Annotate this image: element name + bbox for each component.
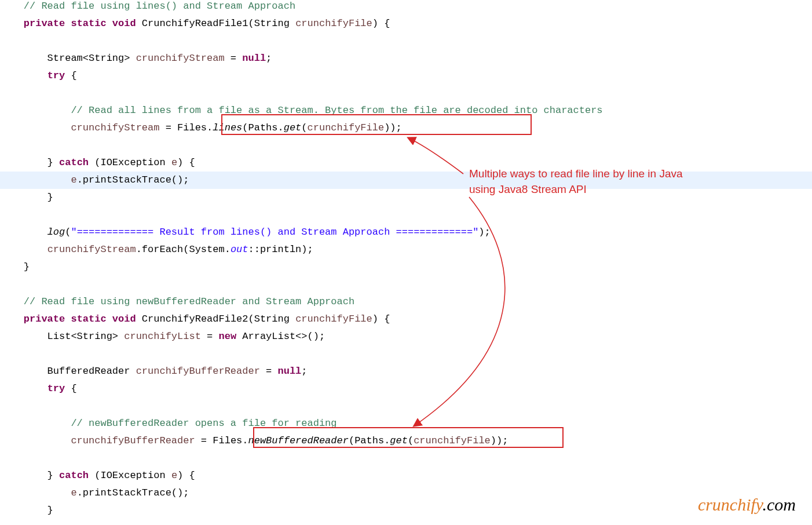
highlight-box-1 bbox=[221, 114, 532, 135]
code-keyword: null bbox=[278, 366, 302, 377]
code-text: .printStackTrace(); bbox=[77, 174, 189, 185]
site-logo: crunchify.com bbox=[698, 496, 796, 513]
code-text bbox=[65, 18, 71, 29]
code-ident: e bbox=[171, 470, 177, 481]
code-text: { bbox=[65, 383, 76, 394]
code-text: = bbox=[260, 366, 278, 377]
code-text: } bbox=[0, 470, 59, 481]
code-text: ); bbox=[478, 227, 490, 238]
code-text: ) { bbox=[177, 470, 195, 481]
code-keyword: void bbox=[112, 18, 136, 29]
code-text bbox=[0, 122, 71, 133]
code-ident: crunchifyStream bbox=[71, 122, 159, 133]
code-text bbox=[65, 313, 71, 325]
code-text: (IOException bbox=[89, 157, 171, 168]
code-keyword: static bbox=[71, 18, 106, 29]
code-text: = Files. bbox=[159, 122, 213, 133]
code-ident: crunchifyStream bbox=[47, 244, 136, 255]
code-text bbox=[0, 1, 24, 12]
code-keyword: void bbox=[112, 313, 136, 325]
code-keyword: private bbox=[24, 313, 65, 325]
code-text: = bbox=[225, 53, 243, 64]
code-text: List<String> bbox=[0, 331, 124, 342]
code-keyword: catch bbox=[59, 157, 89, 168]
logo-brand: crunchify bbox=[698, 495, 763, 514]
code-keyword: catch bbox=[59, 470, 89, 481]
code-ident: e bbox=[171, 157, 177, 168]
code-ident: e bbox=[71, 487, 76, 498]
code-text bbox=[0, 487, 71, 498]
code-keyword: try bbox=[47, 383, 65, 394]
code-comment: // Read file using newBufferedReader and… bbox=[24, 296, 354, 307]
code-text: BufferedReader bbox=[0, 366, 136, 377]
code-ident: e bbox=[71, 174, 76, 185]
code-text bbox=[0, 18, 24, 29]
code-text: .forEach(System. bbox=[136, 244, 231, 255]
code-comment: // Read file using lines() and Stream Ap… bbox=[24, 1, 295, 12]
code-ident: crunchifyList bbox=[124, 331, 201, 342]
code-text bbox=[0, 435, 71, 446]
code-text: } bbox=[0, 261, 30, 272]
code-keyword: new bbox=[218, 331, 236, 342]
code-ident: crunchifyFile bbox=[295, 313, 372, 325]
code-ident: crunchifyStream bbox=[136, 53, 225, 64]
highlight-box-2 bbox=[253, 427, 564, 448]
code-text: ) { bbox=[177, 157, 195, 168]
annotation-text: Multiple ways to read file line by line … bbox=[469, 166, 683, 197]
code-text bbox=[0, 418, 71, 429]
code-keyword: private bbox=[24, 18, 65, 29]
code-method: log bbox=[47, 227, 65, 238]
code-text bbox=[0, 313, 24, 325]
code-field: out bbox=[231, 244, 248, 255]
code-text bbox=[0, 174, 71, 185]
code-text: ::println); bbox=[248, 244, 313, 255]
code-text bbox=[0, 383, 47, 394]
code-ident: crunchifyBufferReader bbox=[136, 366, 260, 377]
code-text: CrunchifyReadFile2(String bbox=[136, 313, 295, 325]
code-text: } bbox=[0, 192, 53, 203]
code-text: (IOException bbox=[89, 470, 171, 481]
code-text bbox=[0, 244, 47, 255]
code-text: = Files. bbox=[195, 435, 248, 446]
code-text: ; bbox=[301, 366, 307, 377]
code-text bbox=[0, 105, 71, 116]
logo-suffix: .com bbox=[763, 495, 796, 514]
code-keyword: try bbox=[47, 70, 65, 81]
code-text: CrunchifyReadFile1(String bbox=[136, 18, 295, 29]
code-text: Stream<String> bbox=[0, 53, 136, 64]
code-text: = bbox=[201, 331, 219, 342]
code-string: "============= Result from lines() and S… bbox=[71, 227, 478, 238]
code-text bbox=[0, 296, 24, 307]
code-ident: crunchifyBufferReader bbox=[71, 435, 195, 446]
code-keyword: static bbox=[71, 313, 106, 325]
code-text: .printStackTrace(); bbox=[77, 487, 189, 498]
code-text: ArrayList<>(); bbox=[236, 331, 325, 342]
code-text: } bbox=[0, 157, 59, 168]
code-text bbox=[107, 18, 112, 29]
code-ident: crunchifyFile bbox=[295, 18, 372, 29]
code-text: { bbox=[65, 70, 76, 81]
code-text: ; bbox=[266, 53, 272, 64]
code-text bbox=[0, 227, 47, 238]
code-text: ) { bbox=[372, 313, 390, 325]
code-text: } bbox=[0, 505, 53, 516]
code-text bbox=[0, 70, 47, 81]
code-text: ( bbox=[65, 227, 71, 238]
code-text: ) { bbox=[372, 18, 390, 29]
code-text bbox=[107, 313, 112, 325]
code-keyword: null bbox=[242, 53, 266, 64]
